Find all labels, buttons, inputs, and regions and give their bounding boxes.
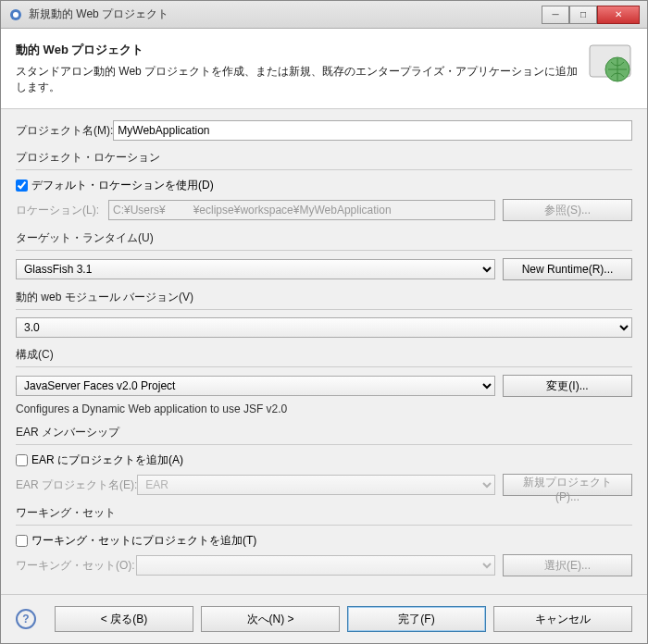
banner: 動的 Web プロジェクト スタンドアロン動的 Web プロジェクトを作成、また… xyxy=(1,29,647,109)
separator xyxy=(16,169,632,170)
config-group-label: 構成(C) xyxy=(16,347,632,363)
window-title: 新規動的 Web プロジェクト xyxy=(29,6,542,22)
ear-project-select: EAR xyxy=(137,475,495,495)
cancel-button[interactable]: キャンセル xyxy=(493,606,632,632)
title-bar: 新規動的 Web プロジェクト ─ □ ✕ xyxy=(1,1,647,29)
help-button[interactable]: ? xyxy=(16,609,36,629)
runtime-select[interactable]: GlassFish 3.1 xyxy=(16,259,495,279)
finish-button[interactable]: 完了(F) xyxy=(347,606,486,632)
workingset-select xyxy=(136,555,495,576)
content-area: プロジェクト名(M): プロジェクト・ロケーション デフォルト・ロケーションを使… xyxy=(1,109,647,594)
window-buttons: ─ □ ✕ xyxy=(542,6,640,24)
next-button[interactable]: 次へ(N) > xyxy=(201,606,340,632)
location-path-label: ロケーション(L): xyxy=(16,203,108,218)
use-default-location-label: デフォルト・ロケーションを使用(D) xyxy=(31,178,214,193)
dialog-window: 新規動的 Web プロジェクト ─ □ ✕ 動的 Web プロジェクト スタンド… xyxy=(0,0,648,644)
globe-icon xyxy=(588,42,632,86)
minimize-button[interactable]: ─ xyxy=(542,6,569,24)
project-name-label: プロジェクト名(M): xyxy=(16,123,113,139)
separator xyxy=(16,366,632,367)
location-group-label: プロジェクト・ロケーション xyxy=(16,150,632,166)
separator xyxy=(16,444,632,445)
new-ear-project-button: 新規プロジェクト(P)... xyxy=(503,474,632,496)
browse-button: 参照(S)... xyxy=(503,199,632,221)
app-icon xyxy=(8,7,23,22)
separator xyxy=(16,525,632,526)
footer: ? < 戻る(B) 次へ(N) > 完了(F) キャンセル xyxy=(1,594,647,643)
back-button[interactable]: < 戻る(B) xyxy=(55,606,193,632)
location-path-input xyxy=(108,200,495,220)
runtime-group-label: ターゲット・ランタイム(U) xyxy=(16,230,632,246)
module-version-group-label: 動的 web モジュール バージョン(V) xyxy=(16,290,632,305)
separator xyxy=(16,309,632,310)
add-to-ear-label: EAR にプロジェクトを追加(A) xyxy=(31,452,183,468)
config-select[interactable]: JavaServer Faces v2.0 Project xyxy=(16,376,495,396)
ear-group-label: EAR メンバーシップ xyxy=(16,425,632,440)
new-runtime-button[interactable]: New Runtime(R)... xyxy=(503,258,632,280)
svg-point-1 xyxy=(13,12,19,18)
add-to-workingset-label: ワーキング・セットにプロジェクトを追加(T) xyxy=(31,533,256,549)
module-version-select[interactable]: 3.0 xyxy=(16,317,632,338)
project-name-input[interactable] xyxy=(113,120,632,141)
maximize-button[interactable]: □ xyxy=(569,6,597,24)
banner-subtext: スタンドアロン動的 Web プロジェクトを作成、または新規、既存のエンタープライ… xyxy=(16,64,588,95)
close-button[interactable]: ✕ xyxy=(597,6,640,24)
modify-config-button[interactable]: 変更(I)... xyxy=(503,375,632,397)
config-description: Configures a Dynamic Web application to … xyxy=(16,402,632,415)
ear-project-label: EAR プロジェクト名(E): xyxy=(16,477,137,493)
workingset-group-label: ワーキング・セット xyxy=(16,505,632,521)
select-workingset-button: 選択(E)... xyxy=(503,554,632,576)
use-default-location-checkbox[interactable] xyxy=(16,180,28,192)
workingset-label: ワーキング・セット(O): xyxy=(16,558,136,574)
add-to-ear-checkbox[interactable] xyxy=(16,454,28,466)
add-to-workingset-checkbox[interactable] xyxy=(16,535,28,547)
separator xyxy=(16,250,632,251)
banner-heading: 動的 Web プロジェクト xyxy=(16,42,588,58)
